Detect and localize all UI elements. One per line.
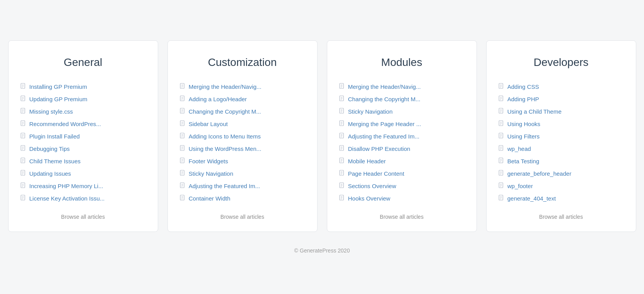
document-icon bbox=[180, 133, 186, 140]
list-item: Sticky Navigation bbox=[180, 167, 306, 180]
document-icon bbox=[180, 182, 186, 189]
article-link[interactable]: generate_404_text bbox=[508, 195, 556, 202]
article-link[interactable]: Changing the Copyright M... bbox=[189, 108, 261, 115]
list-item: Changing the Copyright M... bbox=[339, 93, 465, 105]
footer: © GeneratePress 2020 bbox=[294, 247, 350, 254]
document-icon bbox=[339, 157, 345, 164]
article-link[interactable]: wp_footer bbox=[508, 183, 533, 189]
list-item: Footer Widgets bbox=[180, 155, 306, 167]
document-icon bbox=[498, 133, 504, 140]
article-link[interactable]: License Key Activation Issu... bbox=[29, 195, 105, 202]
article-link[interactable]: Adding Icons to Menu Items bbox=[189, 133, 261, 140]
list-item: Changing the Copyright M... bbox=[180, 105, 306, 118]
list-item: Adjusting the Featured Im... bbox=[339, 130, 465, 142]
article-link[interactable]: Child Theme Issues bbox=[29, 158, 81, 164]
article-link[interactable]: Using the WordPress Men... bbox=[189, 145, 261, 152]
browse-all-customization[interactable]: Browse all articles bbox=[180, 214, 306, 220]
article-link[interactable]: Hooks Overview bbox=[348, 195, 390, 202]
article-link[interactable]: Missing style.css bbox=[29, 108, 73, 115]
document-icon bbox=[339, 182, 345, 189]
card-title-developers: Developers bbox=[498, 56, 624, 69]
article-link[interactable]: Using Filters bbox=[508, 133, 540, 140]
article-link[interactable]: Sticky Navigation bbox=[189, 170, 233, 177]
list-item: Page Header Content bbox=[339, 167, 465, 180]
article-link[interactable]: generate_before_header bbox=[508, 170, 571, 177]
document-icon bbox=[339, 170, 345, 177]
list-item: Sticky Navigation bbox=[339, 105, 465, 118]
document-icon bbox=[498, 108, 504, 115]
article-link[interactable]: Changing the Copyright M... bbox=[348, 96, 421, 102]
article-link[interactable]: Debugging Tips bbox=[29, 145, 70, 152]
browse-all-general[interactable]: Browse all articles bbox=[20, 214, 146, 220]
list-item: Merging the Page Header ... bbox=[339, 118, 465, 130]
list-item: Adding Icons to Menu Items bbox=[180, 130, 306, 142]
article-link[interactable]: Adding PHP bbox=[508, 96, 539, 102]
article-list-modules: Merging the Header/Navig... Changing the… bbox=[339, 80, 465, 204]
list-item: Increasing PHP Memory Li... bbox=[20, 180, 146, 192]
article-link[interactable]: Using a Child Theme bbox=[508, 108, 562, 115]
article-link[interactable]: Disallow PHP Execution bbox=[348, 145, 411, 152]
article-link[interactable]: Footer Widgets bbox=[189, 158, 228, 164]
document-icon bbox=[498, 145, 504, 152]
document-icon bbox=[20, 145, 26, 152]
document-icon bbox=[339, 133, 345, 140]
card-general: General Installing GP Premium Updating G… bbox=[8, 40, 158, 232]
article-link[interactable]: Installing GP Premium bbox=[29, 83, 87, 90]
article-link[interactable]: wp_head bbox=[508, 145, 531, 152]
document-icon bbox=[20, 108, 26, 115]
list-item: Plugin Install Failed bbox=[20, 130, 146, 142]
list-item: Missing style.css bbox=[20, 105, 146, 118]
article-link[interactable]: Page Header Content bbox=[348, 170, 404, 177]
document-icon bbox=[180, 157, 186, 164]
article-link[interactable]: Increasing PHP Memory Li... bbox=[29, 183, 104, 189]
document-icon bbox=[498, 95, 504, 102]
article-link[interactable]: Using Hooks bbox=[508, 121, 540, 127]
article-link[interactable]: Updating Issues bbox=[29, 170, 71, 177]
article-link[interactable]: Adjusting the Featured Im... bbox=[348, 133, 420, 140]
card-title-customization: Customization bbox=[180, 56, 306, 69]
card-title-modules: Modules bbox=[339, 56, 465, 69]
article-link[interactable]: Sections Overview bbox=[348, 183, 396, 189]
list-item: Using the WordPress Men... bbox=[180, 142, 306, 155]
article-link[interactable]: Sticky Navigation bbox=[348, 108, 393, 115]
list-item: Recommended WordPres... bbox=[20, 118, 146, 130]
article-link[interactable]: Beta Testing bbox=[508, 158, 539, 164]
article-link[interactable]: Recommended WordPres... bbox=[29, 121, 101, 127]
document-icon bbox=[498, 195, 504, 202]
list-item: Beta Testing bbox=[498, 155, 624, 167]
article-list-developers: Adding CSS Adding PHP Using a Child Them… bbox=[498, 80, 624, 204]
article-link[interactable]: Adjusting the Featured Im... bbox=[189, 183, 260, 189]
document-icon bbox=[180, 145, 186, 152]
article-link[interactable]: Merging the Page Header ... bbox=[348, 121, 421, 127]
list-item: Merging the Header/Navig... bbox=[180, 80, 306, 93]
browse-all-developers[interactable]: Browse all articles bbox=[498, 214, 624, 220]
list-item: Container Width bbox=[180, 192, 306, 204]
document-icon bbox=[20, 95, 26, 102]
document-icon bbox=[498, 182, 504, 189]
document-icon bbox=[180, 95, 186, 102]
list-item: Disallow PHP Execution bbox=[339, 142, 465, 155]
article-link[interactable]: Merging the Header/Navig... bbox=[189, 83, 262, 90]
list-item: Adding PHP bbox=[498, 93, 624, 105]
browse-all-modules[interactable]: Browse all articles bbox=[339, 214, 465, 220]
document-icon bbox=[180, 195, 186, 202]
article-link[interactable]: Updating GP Premium bbox=[29, 96, 88, 102]
list-item: Hooks Overview bbox=[339, 192, 465, 204]
list-item: generate_before_header bbox=[498, 167, 624, 180]
article-link[interactable]: Container Width bbox=[189, 195, 231, 202]
article-list-customization: Merging the Header/Navig... Adding a Log… bbox=[180, 80, 306, 204]
card-title-general: General bbox=[20, 56, 146, 69]
article-link[interactable]: Plugin Install Failed bbox=[29, 133, 80, 140]
list-item: Using a Child Theme bbox=[498, 105, 624, 118]
list-item: Using Filters bbox=[498, 130, 624, 142]
article-link[interactable]: Mobile Header bbox=[348, 158, 386, 164]
article-link[interactable]: Adding CSS bbox=[508, 83, 539, 90]
article-link[interactable]: Adding a Logo/Header bbox=[189, 96, 247, 102]
list-item: Adding CSS bbox=[498, 80, 624, 93]
document-icon bbox=[20, 157, 26, 164]
card-customization: Customization Merging the Header/Navig..… bbox=[167, 40, 318, 232]
article-link[interactable]: Merging the Header/Navig... bbox=[348, 83, 421, 90]
document-icon bbox=[20, 170, 26, 177]
article-link[interactable]: Sidebar Layout bbox=[189, 121, 228, 127]
document-icon bbox=[339, 145, 345, 152]
